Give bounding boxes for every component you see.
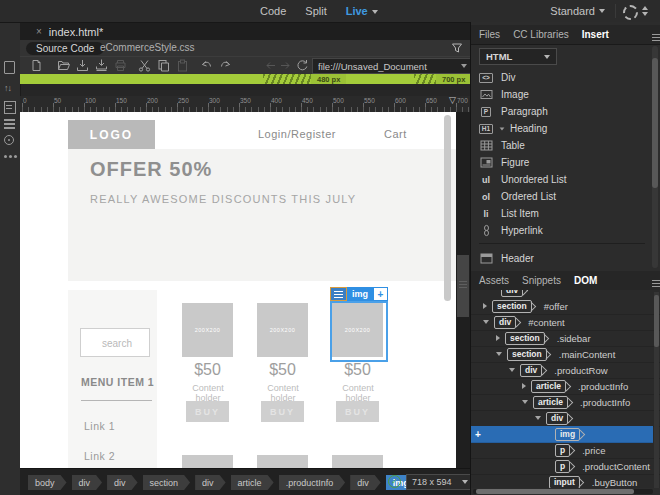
collapse-arrow-icon[interactable]	[483, 320, 489, 324]
save-icon[interactable]	[76, 59, 89, 72]
split-view-button[interactable]: Split	[305, 5, 326, 17]
product-image-placeholder[interactable]: 200X200	[182, 303, 233, 357]
add-element-icon[interactable]: +	[471, 429, 489, 440]
dom-row-article-productinfo-1[interactable]: article .productInfo	[471, 378, 660, 395]
dom-row-p-productcontent[interactable]: p .productContent	[471, 458, 660, 475]
file-icon[interactable]	[4, 61, 15, 74]
buy-button[interactable]: BUY	[261, 401, 304, 422]
media-query-marker-480[interactable]: 480 px	[263, 74, 346, 84]
product-image-placeholder[interactable]: 200X200	[257, 303, 308, 357]
tab-cc-libraries[interactable]: CC Libraries	[513, 29, 569, 40]
hamburger-icon[interactable]	[330, 287, 347, 301]
code-view-button[interactable]: Code	[260, 5, 286, 17]
tab-files[interactable]: Files	[479, 29, 500, 40]
collapse-arrow-icon[interactable]	[496, 352, 502, 356]
ruler-position-marker[interactable]: ▽	[449, 95, 456, 105]
viewport-resize-handle[interactable]	[457, 255, 469, 317]
viewport-size-selector[interactable]: 718 x 594	[406, 474, 474, 490]
chevron-down-icon[interactable]	[500, 127, 505, 130]
insert-item-table[interactable]: Table	[471, 137, 647, 154]
expand-arrow-icon[interactable]	[483, 303, 487, 309]
dom-row-article-productinfo-2[interactable]: article .productInfo	[471, 394, 660, 411]
insert-item-header[interactable]: Header	[471, 250, 647, 267]
insert-item-div[interactable]: <> Div	[471, 69, 647, 86]
insert-item-list-item[interactable]: li List Item	[471, 205, 647, 222]
dom-row-div-productrow[interactable]: div .productRow	[471, 362, 660, 379]
insert-item-unordered-list[interactable]: ul Unordered List	[471, 171, 647, 188]
product-image-placeholder[interactable]	[332, 455, 383, 468]
related-file-link[interactable]: eCommerceStyle.css	[100, 42, 194, 53]
dom-row-section-maincontent[interactable]: section .mainContent	[471, 346, 660, 363]
cut-icon[interactable]	[138, 59, 151, 72]
tag-crumb-section[interactable]: section	[143, 475, 191, 490]
format-lines-icon[interactable]	[4, 119, 15, 121]
buy-button[interactable]: BUY	[336, 401, 379, 422]
address-bar[interactable]	[312, 58, 472, 74]
collapse-arrow-icon[interactable]	[535, 416, 541, 420]
tab-insert[interactable]: Insert	[582, 29, 609, 40]
search-input[interactable]	[81, 329, 153, 358]
insert-item-paragraph[interactable]: P Paragraph	[471, 103, 647, 120]
tag-crumb-div[interactable]: div	[72, 475, 103, 490]
live-view-canvas[interactable]: LOGO Login/Register Cart OFFER 50% REALL…	[20, 112, 456, 468]
dom-row-input-buybutton[interactable]: input .buyButton	[471, 474, 660, 488]
live-view-button[interactable]: Live	[346, 5, 378, 17]
panel-menu-icon[interactable]	[652, 34, 660, 36]
undo-icon[interactable]	[200, 59, 213, 72]
dom-row-div[interactable]: div	[471, 410, 660, 427]
sort-arrows-icon[interactable]: ↑↓	[4, 83, 11, 93]
search-box[interactable]	[80, 328, 150, 357]
filter-funnel-icon[interactable]	[451, 42, 463, 54]
insert-panel-scrollbar[interactable]	[652, 46, 658, 268]
dom-panel-horizontal-scrollbar[interactable]	[473, 489, 653, 494]
tag-crumb-div[interactable]: div	[350, 475, 381, 490]
workspace-switcher[interactable]: Standard	[550, 0, 605, 22]
source-code-button[interactable]: Source Code	[26, 42, 104, 55]
refresh-icon[interactable]	[296, 59, 309, 72]
tab-assets[interactable]: Assets	[479, 275, 509, 286]
gear-icon[interactable]	[623, 5, 638, 20]
selected-element-tag[interactable]: img	[347, 287, 373, 301]
insert-item-figure[interactable]: Figure	[471, 154, 647, 171]
insert-item-hyperlink[interactable]: Hyperlink	[471, 222, 647, 239]
collapse-arrow-icon[interactable]	[509, 368, 515, 372]
sidebar-link-1[interactable]: Link 1	[84, 420, 115, 432]
insert-item-ordered-list[interactable]: ol Ordered List	[471, 188, 647, 205]
copy-icon[interactable]	[157, 59, 170, 72]
code-document-icon[interactable]	[4, 101, 16, 114]
tab-dom[interactable]: DOM	[574, 275, 597, 286]
tag-crumb-article[interactable]: article	[231, 475, 274, 490]
buy-button[interactable]: BUY	[186, 401, 229, 422]
save-all-icon[interactable]	[95, 59, 108, 72]
dom-row-section-sidebar[interactable]: section .sidebar	[471, 330, 660, 347]
close-icon[interactable]: ×	[36, 26, 42, 37]
tag-crumb-div[interactable]: div	[107, 475, 138, 490]
dom-row-div-content[interactable]: div #content	[471, 314, 660, 331]
product-image-placeholder[interactable]	[257, 455, 308, 468]
tab-snippets[interactable]: Snippets	[522, 275, 561, 286]
canvas-scrollbar[interactable]	[444, 115, 451, 301]
login-register-link[interactable]: Login/Register	[258, 128, 336, 140]
address-input[interactable]	[313, 61, 457, 72]
panel-menu-icon[interactable]	[652, 280, 660, 282]
dom-row-img-selected[interactable]: + img	[471, 426, 653, 443]
chevron-down-icon[interactable]	[461, 64, 467, 68]
expand-arrow-icon[interactable]	[496, 335, 500, 341]
collapse-arrow-icon[interactable]	[522, 400, 528, 404]
tag-crumb-productinfo[interactable]: .productInfo	[279, 475, 346, 490]
dom-row-p-price[interactable]: p .price	[471, 442, 660, 459]
tag-crumb-body[interactable]: body	[28, 475, 67, 490]
more-tools-icon[interactable]	[4, 155, 7, 158]
new-file-icon[interactable]	[30, 59, 43, 72]
insert-item-heading[interactable]: H1 Heading	[471, 120, 647, 137]
lint-status-icon[interactable]: ✓	[388, 475, 401, 488]
inspect-target-icon[interactable]	[4, 135, 14, 145]
expand-arrow-icon[interactable]	[522, 383, 526, 389]
cart-link[interactable]: Cart	[384, 128, 407, 140]
sidebar-link-2[interactable]: Link 2	[84, 450, 115, 462]
tag-crumb-div[interactable]: div	[195, 475, 226, 490]
product-image-placeholder[interactable]	[182, 455, 233, 468]
insert-item-image[interactable]: Image	[471, 86, 647, 103]
redo-icon[interactable]	[219, 59, 232, 72]
open-folder-icon[interactable]	[57, 59, 70, 72]
